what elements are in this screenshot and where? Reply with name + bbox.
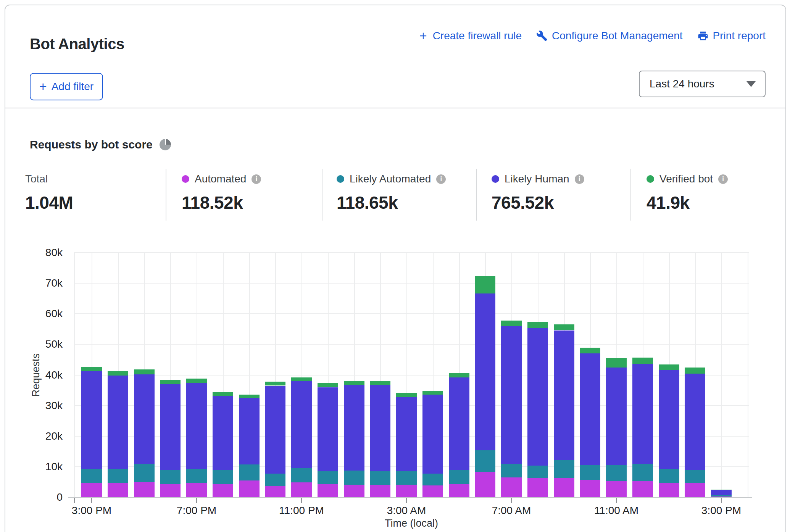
- bar-segment-automated[interactable]: [318, 484, 338, 498]
- bar-segment-verified-bot[interactable]: [422, 391, 443, 395]
- bar-segment-likely-automated[interactable]: [606, 465, 627, 481]
- bar-segment-verified-bot[interactable]: [134, 369, 155, 374]
- bar-segment-likely-automated[interactable]: [659, 469, 679, 482]
- bar-segment-verified-bot[interactable]: [265, 382, 285, 385]
- bar-segment-likely-human[interactable]: [81, 371, 102, 469]
- bar-segment-verified-bot[interactable]: [81, 367, 102, 371]
- bar-segment-automated[interactable]: [554, 478, 574, 497]
- bar-segment-automated[interactable]: [108, 483, 128, 497]
- bar-segment-automated[interactable]: [580, 480, 600, 497]
- bar-segment-automated[interactable]: [527, 478, 548, 498]
- bar-segment-verified-bot[interactable]: [396, 393, 417, 397]
- bar-segment-verified-bot[interactable]: [160, 380, 181, 385]
- bar-segment-likely-automated[interactable]: [422, 474, 443, 485]
- bar-segment-likely-automated[interactable]: [186, 469, 207, 483]
- bar-segment-likely-automated[interactable]: [449, 470, 469, 485]
- bar-segment-likely-human[interactable]: [291, 381, 312, 468]
- bar-segment-verified-bot[interactable]: [606, 358, 627, 368]
- bar-segment-likely-human[interactable]: [580, 353, 600, 465]
- bar-segment-likely-human[interactable]: [239, 398, 260, 464]
- bar-segment-likely-human[interactable]: [265, 386, 285, 474]
- bar-segment-automated[interactable]: [449, 484, 469, 497]
- bar-segment-automated[interactable]: [422, 485, 443, 497]
- bar-segment-verified-bot[interactable]: [659, 364, 679, 370]
- bar-segment-automated[interactable]: [344, 485, 364, 497]
- bar-segment-likely-human[interactable]: [711, 490, 732, 495]
- bar-segment-likely-human[interactable]: [160, 384, 181, 470]
- bar-segment-likely-automated[interactable]: [213, 470, 233, 484]
- bar-segment-verified-bot[interactable]: [239, 395, 260, 398]
- bar-segment-likely-automated[interactable]: [108, 469, 128, 483]
- bar-segment-likely-automated[interactable]: [501, 464, 522, 477]
- bar-segment-likely-human[interactable]: [422, 395, 443, 474]
- bar-segment-verified-bot[interactable]: [711, 490, 732, 490]
- bar-segment-likely-human[interactable]: [685, 374, 705, 470]
- bar-segment-likely-human[interactable]: [344, 385, 364, 471]
- bar-segment-likely-human[interactable]: [449, 377, 469, 470]
- bar-segment-likely-automated[interactable]: [475, 450, 495, 472]
- bar-segment-automated[interactable]: [396, 485, 417, 497]
- bar-segment-likely-automated[interactable]: [291, 468, 312, 482]
- bar-segment-verified-bot[interactable]: [318, 383, 338, 387]
- bar-segment-automated[interactable]: [160, 484, 181, 497]
- bar-segment-verified-bot[interactable]: [186, 379, 207, 383]
- bar-segment-likely-automated[interactable]: [527, 466, 548, 478]
- bar-segment-likely-human[interactable]: [554, 330, 574, 460]
- bar-segment-verified-bot[interactable]: [501, 321, 522, 326]
- bar-segment-likely-human[interactable]: [396, 397, 417, 471]
- bar-segment-verified-bot[interactable]: [108, 371, 128, 376]
- bar-segment-likely-automated[interactable]: [554, 460, 574, 478]
- bar-segment-verified-bot[interactable]: [632, 358, 653, 364]
- bar-segment-verified-bot[interactable]: [449, 373, 469, 377]
- bar-segment-likely-human[interactable]: [659, 370, 679, 469]
- bar-segment-automated[interactable]: [632, 481, 653, 497]
- bar-segment-automated[interactable]: [606, 481, 627, 498]
- bar-segment-automated[interactable]: [685, 483, 705, 497]
- bar-segment-likely-automated[interactable]: [134, 464, 155, 482]
- axis-tick: [91, 498, 92, 503]
- bar-segment-verified-bot[interactable]: [475, 276, 495, 294]
- bar-segment-likely-automated[interactable]: [239, 464, 260, 480]
- bar-segment-likely-automated[interactable]: [265, 474, 285, 486]
- bar-segment-likely-automated[interactable]: [318, 471, 338, 484]
- bar-segment-likely-automated[interactable]: [370, 471, 390, 485]
- bar-segment-verified-bot[interactable]: [370, 381, 390, 385]
- bar-segment-automated[interactable]: [186, 483, 207, 497]
- bar-segment-automated[interactable]: [475, 472, 495, 497]
- bar-segment-likely-automated[interactable]: [396, 471, 417, 485]
- bar-segment-automated[interactable]: [213, 484, 233, 497]
- bar-segment-likely-automated[interactable]: [160, 470, 181, 484]
- bar-segment-likely-automated[interactable]: [580, 465, 600, 480]
- bar-segment-likely-automated[interactable]: [81, 469, 102, 483]
- bar-segment-automated[interactable]: [291, 482, 312, 497]
- bar-segment-verified-bot[interactable]: [527, 322, 548, 328]
- bar-segment-automated[interactable]: [134, 482, 155, 497]
- bar-segment-likely-human[interactable]: [527, 328, 548, 466]
- bar-segment-likely-human[interactable]: [108, 376, 128, 469]
- bar-segment-automated[interactable]: [501, 477, 522, 497]
- bar-segment-likely-automated[interactable]: [711, 495, 732, 496]
- bar-segment-verified-bot[interactable]: [344, 381, 364, 385]
- bar-segment-verified-bot[interactable]: [213, 392, 233, 396]
- bar-segment-automated[interactable]: [370, 485, 390, 497]
- bar-segment-automated[interactable]: [265, 486, 285, 497]
- bar-segment-likely-automated[interactable]: [685, 470, 705, 483]
- bar-segment-likely-automated[interactable]: [344, 471, 364, 485]
- bar-segment-likely-human[interactable]: [213, 396, 233, 470]
- bar-segment-verified-bot[interactable]: [580, 348, 600, 353]
- bar-segment-likely-human[interactable]: [318, 387, 338, 471]
- bar-segment-likely-human[interactable]: [134, 374, 155, 464]
- bar-segment-automated[interactable]: [81, 483, 102, 497]
- bar-segment-likely-human[interactable]: [475, 293, 495, 450]
- bar-segment-verified-bot[interactable]: [291, 377, 312, 381]
- bar-segment-likely-human[interactable]: [186, 383, 207, 469]
- bar-segment-automated[interactable]: [239, 480, 260, 497]
- bar-segment-likely-automated[interactable]: [632, 464, 653, 482]
- bar-segment-automated[interactable]: [659, 483, 679, 498]
- bar-segment-likely-human[interactable]: [370, 385, 390, 471]
- bar-segment-likely-human[interactable]: [606, 368, 627, 465]
- bar-segment-verified-bot[interactable]: [554, 324, 574, 330]
- bar-segment-likely-human[interactable]: [632, 364, 653, 464]
- bar-segment-verified-bot[interactable]: [685, 368, 705, 374]
- bar-segment-likely-human[interactable]: [501, 326, 522, 464]
